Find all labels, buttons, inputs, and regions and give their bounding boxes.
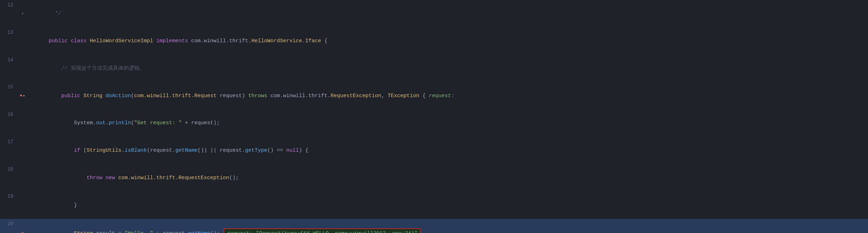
token: new — [106, 175, 118, 181]
token: . — [172, 147, 175, 153]
code-editor: 12 ▾ */ 13 public class HelloWordService… — [0, 0, 868, 233]
token: String — [83, 93, 106, 99]
token: class — [71, 38, 90, 44]
token: "Get request: " — [134, 120, 182, 126]
token: if — [49, 147, 83, 153]
token: ); — [213, 120, 220, 126]
token: = — [118, 231, 125, 233]
token: getType — [245, 147, 267, 153]
token: ( — [131, 93, 134, 99]
token: ( — [131, 120, 134, 126]
token: { — [324, 38, 327, 44]
token: request — [220, 93, 242, 99]
line-content-19: } — [27, 191, 868, 219]
code-line-17: 17 if (StringUtils.isBlank(request.getNa… — [0, 137, 868, 164]
line-content-13: public class HelloWordServiceImpl implem… — [27, 27, 868, 55]
line-number-16: 16 — [0, 109, 18, 137]
token: . — [242, 147, 245, 153]
code-line-14: 14 // 实现这个方法完成具体的逻辑。 — [0, 55, 868, 82]
token: com.winwill.thrift.Request — [134, 93, 220, 99]
token: getName — [188, 231, 210, 233]
code-line-13: 13 public class HelloWordServiceImpl imp… — [0, 27, 868, 55]
gutter-20: ● — [18, 219, 27, 233]
token: out — [96, 120, 106, 126]
token: . — [121, 147, 125, 153]
line-number-19: 19 — [0, 191, 18, 219]
code-line-19: 19 } — [0, 191, 868, 219]
code-line-18: 18 throw new com.winwill.thrift.RequestE… — [0, 164, 868, 192]
token: ) — [242, 93, 248, 99]
gutter-18 — [18, 164, 27, 192]
token: StringUtils — [87, 147, 121, 153]
line-number-20: 20 — [0, 219, 18, 233]
token: ) { — [299, 147, 308, 153]
token: // 实现这个方法完成具体的逻辑。 — [49, 65, 145, 71]
code-line-16: 16 System.out.println("Get request: " + … — [0, 109, 868, 137]
line-number-18: 18 — [0, 164, 18, 192]
token: result — [96, 231, 118, 233]
token: Iface — [305, 38, 324, 44]
token: { — [422, 93, 429, 99]
line-number-15: 15 — [0, 82, 18, 109]
token: + — [153, 231, 163, 233]
token: . — [106, 120, 109, 126]
gutter-14 — [18, 55, 27, 82]
code-line-12: 12 ▾ */ — [0, 0, 868, 27]
gutter-13 — [18, 27, 27, 55]
token: (); — [210, 231, 223, 233]
token: println — [109, 120, 131, 126]
token: getName — [175, 147, 197, 153]
token: System. — [49, 120, 96, 126]
line-number-12: 12 — [0, 0, 18, 27]
token: request — [163, 231, 185, 233]
token: doAction — [106, 93, 131, 99]
gutter-15: ● ▸ — [18, 82, 27, 109]
token: ()) || — [197, 147, 220, 153]
line-content-17: if (StringUtils.isBlank(request.getName(… — [27, 137, 868, 164]
token: request — [150, 147, 172, 153]
token: request — [191, 120, 213, 126]
token: isBlank — [125, 147, 147, 153]
token: request: — [429, 93, 454, 99]
token: throw — [49, 175, 106, 181]
line-content-15: public String doAction(com.winwill.thrif… — [27, 82, 868, 109]
token: throws — [248, 93, 270, 99]
token: } — [49, 202, 77, 208]
token: com.winwill.thrift. — [191, 38, 251, 44]
token: public — [49, 38, 71, 44]
debug-hint: request: "Request(type:SAY_HELLO, name:w… — [224, 228, 421, 233]
token: request — [220, 147, 242, 153]
token: . — [302, 38, 305, 44]
token: "Hello, " — [125, 231, 153, 233]
code-line-15: 15 ● ▸ public String doAction(com.winwil… — [0, 82, 868, 109]
debug-stop-icon: ● — [20, 92, 23, 99]
token: HelloWordService — [251, 38, 302, 44]
token: ( — [83, 147, 87, 153]
token: null — [286, 147, 299, 153]
token: HelloWordServiceImpl — [90, 38, 156, 44]
token: com.winwill.thrift.RequestException — [118, 175, 229, 181]
token: () == — [267, 147, 286, 153]
line-content-14: // 实现这个方法完成具体的逻辑。 — [27, 55, 868, 82]
token: TException — [388, 93, 422, 99]
line-content-16: System.out.println("Get request: " + req… — [27, 109, 868, 137]
token: , — [381, 93, 388, 99]
token: RequestException — [331, 93, 381, 99]
token: String — [74, 231, 96, 233]
token: */ — [49, 11, 61, 17]
token — [49, 231, 74, 233]
token: + — [182, 120, 191, 126]
line-number-14: 14 — [0, 55, 18, 82]
token: implements — [156, 38, 191, 44]
token: ( — [147, 147, 150, 153]
token: . — [185, 231, 188, 233]
bookmark-icon: ▸ — [23, 93, 26, 99]
gutter-16 — [18, 109, 27, 137]
breakpoint-icon: ● — [21, 231, 24, 233]
token: com.winwill.thrift. — [270, 93, 331, 99]
line-content-20: String result = "Hello, " + request.getN… — [27, 219, 868, 233]
gutter-17 — [18, 137, 27, 164]
token: public — [49, 93, 83, 99]
line-content-12: */ — [27, 0, 868, 27]
line-content-18: throw new com.winwill.thrift.RequestExce… — [27, 164, 868, 192]
